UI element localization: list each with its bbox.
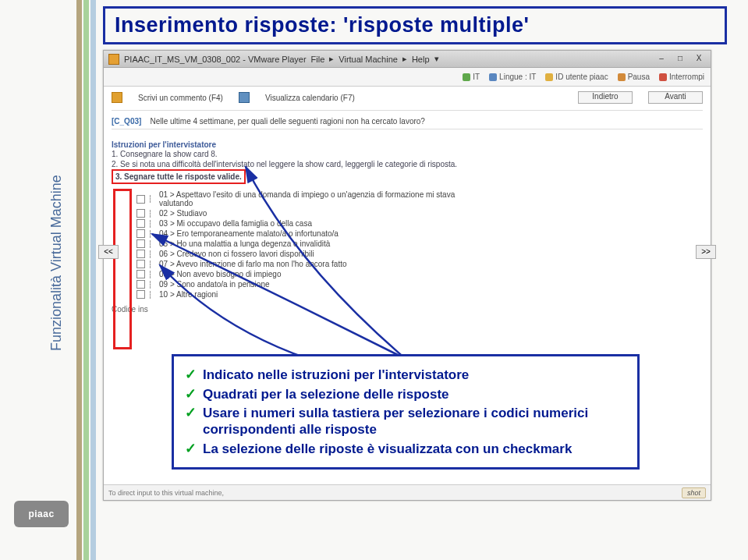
vm-footer-badge: shot	[682, 487, 706, 498]
tb-pausa[interactable]: Pausa	[618, 73, 650, 81]
comment-icon	[112, 92, 122, 103]
action-comment[interactable]: Scrivi un commento (F4)	[138, 94, 223, 102]
logo: piaac	[14, 501, 69, 527]
nav-indietro[interactable]: Indietro	[578, 91, 633, 104]
logo-text: piaac	[28, 509, 54, 519]
bullet-2: Quadrati per la selezione delle risposte	[203, 386, 449, 402]
checkbox-03[interactable]	[136, 219, 145, 228]
question-code: [C_Q03]	[112, 117, 141, 126]
stop-icon	[659, 73, 667, 81]
options-list: 01 > Aspettavo l'esito di una domanda di…	[136, 190, 487, 299]
question-text: Nelle ultime 4 settimane, per quali dell…	[150, 117, 424, 126]
vm-toolbar: IT Lingue : IT ID utente piaac Pausa Int…	[104, 68, 711, 87]
option-row: 08 > Non avevo bisogno di impiego	[136, 270, 487, 278]
lang-icon	[489, 73, 497, 81]
window-min[interactable]: –	[654, 54, 668, 65]
bullet-1: Indicato nelle istruzioni per l'intervis…	[203, 367, 469, 383]
check-icon: ✓	[185, 366, 197, 384]
option-row: 10 > Altre ragioni	[136, 290, 487, 299]
tb-id[interactable]: ID utente piaac	[545, 73, 608, 81]
check-icon: ✓	[185, 440, 197, 458]
option-row: 09 > Sono andato/a in pensione	[136, 280, 487, 289]
checkbox-06[interactable]	[136, 250, 145, 258]
vm-titlebar[interactable]: PIAAC_IT_MS_VM_0308_002 - VMware Player …	[104, 51, 711, 68]
checkbox-02[interactable]	[136, 209, 145, 218]
menu-vm[interactable]: Virtual Machine	[339, 55, 398, 64]
checkbox-01[interactable]	[136, 195, 145, 204]
instructions-heading: Istruzioni per l'intervistatore	[112, 140, 703, 149]
window-max[interactable]: □	[673, 54, 687, 65]
codice-label: Codice ins	[112, 305, 703, 314]
action-calendar[interactable]: Visualizza calendario (F7)	[265, 94, 355, 102]
checkbox-column-highlight	[113, 189, 132, 349]
checkbox-10[interactable]	[136, 290, 145, 299]
checkbox-04[interactable]	[136, 229, 145, 238]
option-row: 01 > Aspettavo l'esito di una domanda di…	[136, 190, 487, 207]
decor-bar-3	[90, 0, 96, 560]
vm-statusbar: To direct input to this virtual machine,…	[104, 484, 711, 500]
bullet-3: Usare i numeri sulla tastiera per selezi…	[203, 405, 626, 438]
vm-row-actions: Scrivi un commento (F4) Visualizza calen…	[112, 91, 703, 104]
annotation-box: ✓Indicato nelle istruzioni per l'intervi…	[172, 354, 640, 470]
checkbox-05[interactable]	[136, 239, 145, 248]
bullet-4: La selezione delle riposte è visualizzat…	[203, 441, 572, 457]
menu-file[interactable]: File	[311, 55, 325, 64]
option-row: 05 > Ho una malattia a lunga degenza o i…	[136, 239, 487, 248]
nav-avanti[interactable]: Avanti	[648, 91, 703, 104]
checkbox-09[interactable]	[136, 280, 145, 289]
pause-icon	[618, 73, 626, 81]
tb-interrompi[interactable]: Interrompi	[659, 73, 704, 81]
vm-app-icon	[108, 54, 119, 65]
calendar-icon	[239, 92, 250, 103]
check-icon: ✓	[185, 404, 197, 422]
tb-lingue[interactable]: Lingue : IT	[489, 73, 536, 81]
menu-help[interactable]: Help	[412, 55, 430, 64]
check-icon: ✓	[185, 385, 197, 403]
id-icon	[545, 73, 553, 81]
option-row: 02 > Studiavo	[136, 209, 487, 218]
option-row: 03 > Mi occupavo della famiglia o della …	[136, 219, 487, 228]
option-row: 06 > Credevo non ci fossero lavori dispo…	[136, 250, 487, 258]
slide-title: Inserimento risposte: 'risposte multiple…	[103, 6, 727, 44]
tb-it[interactable]: IT	[463, 73, 480, 81]
vm-footer-text: To direct input to this virtual machine,	[108, 489, 224, 497]
instruction-3-highlight: 3. Segnare tutte le risposte valide.	[112, 169, 246, 184]
decor-bar-1	[76, 0, 82, 560]
option-row: 07 > Avevo intenzione di farlo ma non l'…	[136, 260, 487, 268]
decor-bar-2	[83, 0, 89, 560]
window-close[interactable]: X	[692, 54, 706, 65]
instruction-1: 1. Consegnare la show card 8.	[112, 149, 703, 159]
flag-icon	[463, 73, 470, 81]
option-row: 04 > Ero temporaneamente malato/a o info…	[136, 229, 487, 238]
instruction-2: 2. Se si nota una difficoltà dell'interv…	[112, 159, 703, 169]
checkbox-08[interactable]	[136, 270, 145, 278]
sidebar-label: Funzionalità Virtual Machine	[48, 175, 65, 351]
vm-title-text: PIAAC_IT_MS_VM_0308_002 - VMware Player	[124, 55, 307, 64]
checkbox-07[interactable]	[136, 260, 145, 268]
